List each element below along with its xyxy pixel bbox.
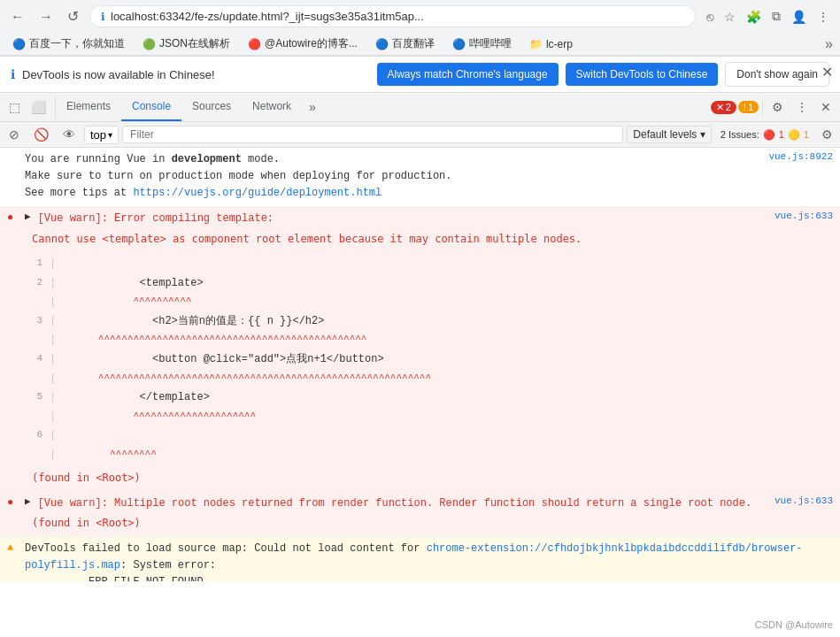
bookmark-translate[interactable]: 🔵 百度翻译 [370, 35, 440, 53]
warning-count-badge: ! 1 [738, 101, 759, 113]
line-sep-1: | [50, 255, 56, 274]
forward-button[interactable]: → [35, 7, 57, 27]
devtools-close-button[interactable]: ✕ [815, 95, 836, 119]
toolbar-divider [762, 98, 763, 116]
bookmark-translate-icon: 🔵 [375, 38, 389, 50]
context-selector[interactable]: top ▾ [84, 126, 119, 144]
bookmark-json[interactable]: 🟢 JSON在线解析 [137, 35, 235, 53]
error-found-in-1: (found in <Root>) [7, 468, 833, 487]
context-arrow-icon: ▾ [108, 130, 112, 140]
bookmark-baidu[interactable]: 🔵 百度一下，你就知道 [7, 35, 130, 53]
back-button[interactable]: ← [7, 7, 28, 27]
code-line-5-err: | ^^^^^^^^^^^^^^^^^^^^^ [25, 408, 833, 427]
code-line-4: 4 | <button @click="add">点我n+1</button> [25, 350, 833, 370]
address-security-icon: ℹ [101, 11, 105, 23]
code-line-1: 1 | [25, 255, 833, 274]
vue-info-file-link[interactable]: vue.js:8922 [768, 151, 833, 162]
bookmark-bilibili-icon: 🔵 [452, 38, 466, 50]
bookmark-autowire[interactable]: 🔴 @Autowire的博客... [243, 35, 363, 53]
line-error-6: ^^^^^^^^ [63, 446, 157, 464]
csdn-watermark: CSDN @Autowire [755, 619, 833, 630]
window-button[interactable]: ⧉ [768, 5, 784, 27]
address-text: localhost:63342/fe-zs/update.html?_ijt=s… [111, 10, 684, 23]
warning-exclaim-icon: ! [744, 102, 746, 112]
devtools-tabs: Elements Console Sources Network » [56, 93, 707, 121]
line-error-2: ^^^^^^^^^^ [63, 293, 191, 311]
settings-button[interactable]: ⚙ [767, 95, 789, 119]
extensions-button[interactable]: 🧩 [743, 6, 765, 27]
dont-show-again-button[interactable]: Don't show again [725, 62, 829, 87]
expand-arrow-1[interactable]: ▶ [25, 211, 31, 222]
console-clear-button[interactable]: 🚫 [28, 124, 54, 145]
code-line-3-err: | ^^^^^^^^^^^^^^^^^^^^^^^^^^^^^^^^^^^^^^… [25, 331, 833, 350]
address-bar[interactable]: ℹ localhost:63342/fe-zs/update.html?_ijt… [89, 5, 696, 27]
device-toolbar-button[interactable]: ⬜ [26, 95, 51, 119]
vue-deployment-link[interactable]: https://vuejs.org/guide/deployment.html [133, 187, 381, 199]
console-vue-devmode-text: You are running Vue in development mode.… [25, 151, 763, 203]
tab-network[interactable]: Network [242, 93, 302, 121]
bookmark-json-icon: 🟢 [143, 38, 156, 50]
bookmarks-more-button[interactable]: » [825, 36, 833, 52]
tab-elements[interactable]: Elements [56, 93, 121, 121]
console-warning-header: ▲ DevTools failed to load source map: Co… [7, 541, 833, 581]
console-output: You are running Vue in development mode.… [0, 148, 840, 581]
line-sep-2: | [50, 274, 56, 294]
line-sep-3: | [50, 312, 56, 332]
profile-button[interactable]: 👤 [788, 6, 810, 27]
code-line-3: 3 | <h2>当前n的值是：{{ n }}</h2> [25, 312, 833, 332]
vue-error-1-file-link[interactable]: vue.js:633 [774, 211, 833, 221]
inspect-element-button[interactable]: ⬚ [4, 95, 26, 119]
devtools-more-button[interactable]: ⋮ [790, 95, 813, 119]
error-found-in-2: (found in <Root>) [7, 513, 833, 533]
default-levels-button[interactable]: Default levels ▾ [627, 126, 711, 143]
line-sep-4e: | [50, 370, 56, 389]
notification-close-button[interactable]: ✕ [821, 64, 833, 81]
tab-console[interactable]: Console [121, 93, 181, 121]
console-settings-button[interactable]: ⚙ [818, 126, 836, 143]
tab-sources[interactable]: Sources [181, 93, 242, 121]
code-line-2-err: | ^^^^^^^^^^ [25, 293, 833, 312]
console-entry-header: You are running Vue in development mode.… [7, 151, 833, 203]
error-detail-text: Cannot use <template> as component root … [7, 227, 833, 251]
issues-indicator: 2 Issues: 🔴 1 🟡 1 [715, 127, 814, 142]
issues-error-count: 1 [779, 129, 784, 140]
error-x-icon: ✕ [716, 102, 724, 113]
bookmark-json-label: JSON在线解析 [159, 36, 230, 51]
context-label: top [90, 128, 106, 142]
console-warning-text: DevTools failed to load source map: Coul… [25, 541, 833, 581]
bookmark-bilibili[interactable]: 🔵 哔哩哔哩 [447, 35, 517, 53]
tabs-more-button[interactable]: » [302, 95, 323, 119]
sourcemap-link[interactable]: chrome-extension://cfhdojbkjhnklbpkdaibd… [25, 542, 803, 572]
bookmark-baidu-icon: 🔵 [12, 38, 26, 50]
browser-more-button[interactable]: ⋮ [813, 6, 833, 27]
bookmark-lcerp[interactable]: 📁 lc-erp [524, 36, 578, 52]
reload-button[interactable]: ↺ [64, 6, 82, 27]
console-entry-vue-error-1: ● ▶ [Vue warn]: Error compiling template… [0, 207, 840, 493]
console-filter-input[interactable] [122, 126, 623, 143]
issues-warn-count: 1 [804, 129, 809, 140]
bookmark-button[interactable]: ☆ [721, 6, 739, 27]
match-language-button[interactable]: Always match Chrome's language [377, 63, 559, 86]
error-count: 2 [726, 102, 731, 112]
line-sep-6e: | [50, 446, 56, 465]
expand-arrow-2[interactable]: ▶ [25, 495, 31, 507]
line-sep-3e: | [50, 331, 56, 350]
console-stop-button[interactable]: ⊘ [4, 124, 25, 145]
switch-to-chinese-button[interactable]: Switch DevTools to Chinese [566, 63, 719, 86]
error-circle-icon-2: ● [7, 496, 19, 509]
console-error-1-header: ● ▶ [Vue warn]: Error compiling template… [7, 211, 833, 227]
nav-actions: ⎋ ☆ 🧩 ⧉ 👤 ⋮ [703, 5, 833, 27]
bookmark-baidu-label: 百度一下，你就知道 [29, 36, 125, 51]
bookmark-bilibili-label: 哔哩哔哩 [469, 36, 512, 51]
console-error-2-header: ● ▶ [Vue warn]: Multiple root nodes retu… [7, 495, 833, 512]
console-toolbar: ⊘ 🚫 👁 top ▾ Default levels ▾ 2 Issues: 🔴… [0, 122, 840, 148]
console-error-1-text: [Vue warn]: Error compiling template: [38, 211, 769, 227]
line-sep-2e: | [50, 293, 56, 312]
line-error-4: ^^^^^^^^^^^^^^^^^^^^^^^^^^^^^^^^^^^^^^^^… [63, 370, 431, 388]
console-eye-button[interactable]: 👁 [58, 124, 81, 145]
share-button[interactable]: ⎋ [703, 6, 717, 27]
issues-error-icon: 🔴 [763, 129, 775, 141]
vue-error-2-file-link[interactable]: vue.js:633 [774, 495, 833, 506]
line-num-4: 4 [25, 350, 42, 368]
error-circle-icon-1: ● [7, 211, 19, 224]
